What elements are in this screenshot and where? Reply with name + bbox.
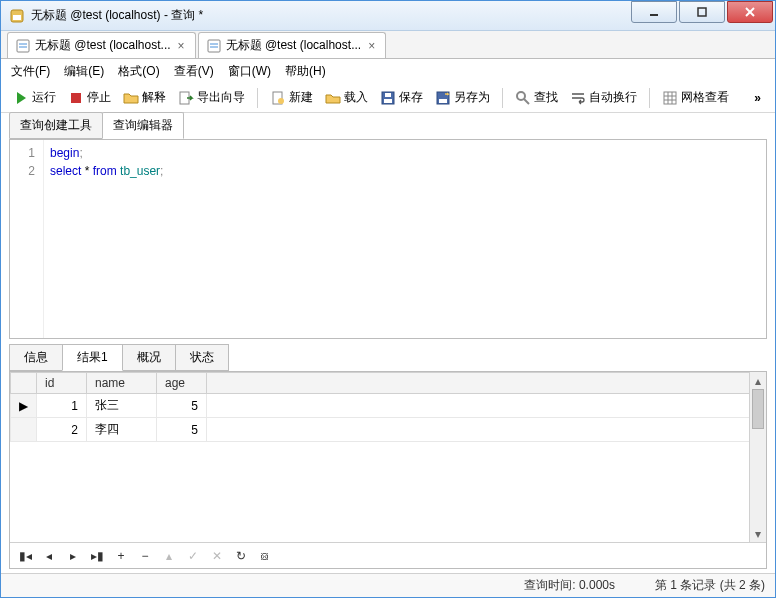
nav-edit-icon[interactable]: ▴	[162, 549, 176, 563]
menu-view[interactable]: 查看(V)	[174, 63, 214, 80]
tab-result1[interactable]: 结果1	[62, 344, 123, 371]
close-button[interactable]	[727, 1, 773, 23]
table-row[interactable]: 2李四5	[11, 418, 766, 442]
maximize-button[interactable]	[679, 1, 725, 23]
table-row[interactable]: ▶1张三5	[11, 394, 766, 418]
cell-age[interactable]: 5	[157, 418, 207, 442]
svg-rect-1	[13, 15, 21, 20]
nav-next-icon[interactable]: ▸	[66, 549, 80, 563]
nav-prev-icon[interactable]: ◂	[42, 549, 56, 563]
scroll-thumb[interactable]	[752, 389, 764, 429]
load-icon	[325, 90, 341, 106]
code-area[interactable]: begin;select * from tb_user;	[44, 140, 766, 338]
svg-rect-9	[208, 40, 220, 52]
wrap-icon	[570, 90, 586, 106]
vertical-scrollbar[interactable]: ▴ ▾	[749, 372, 766, 542]
tab-info[interactable]: 信息	[9, 344, 63, 371]
svg-rect-19	[385, 93, 391, 97]
menu-window[interactable]: 窗口(W)	[228, 63, 271, 80]
line-number: 1	[14, 144, 35, 162]
row-marker: ▶	[11, 394, 37, 418]
window-buttons	[631, 1, 775, 30]
col-id[interactable]: id	[37, 373, 87, 394]
cell-age[interactable]: 5	[157, 394, 207, 418]
query-icon	[207, 39, 221, 53]
toolbar: 运行 停止 解释 导出向导 新建 载入 保存 另存为 查找 自动换行 网格查看 …	[1, 83, 775, 113]
close-icon[interactable]: ×	[176, 39, 187, 53]
code-editor[interactable]: 1 2 begin;select * from tb_user;	[9, 139, 767, 339]
document-tabs: 无标题 @test (localhost... × 无标题 @test (loc…	[1, 31, 775, 59]
cell-name[interactable]: 李四	[87, 418, 157, 442]
nav-check-icon[interactable]: ✓	[186, 549, 200, 563]
document-tab-2[interactable]: 无标题 @test (localhost... ×	[198, 32, 387, 58]
svg-rect-13	[71, 93, 81, 103]
separator	[502, 88, 503, 108]
stop-button[interactable]: 停止	[64, 86, 115, 109]
document-tab-1[interactable]: 无标题 @test (localhost... ×	[7, 32, 196, 58]
nav-last-icon[interactable]: ▸▮	[90, 549, 104, 563]
line-number: 2	[14, 162, 35, 180]
btn-label: 解释	[142, 89, 166, 106]
nav-remove-icon[interactable]: −	[138, 549, 152, 563]
explain-button[interactable]: 解释	[119, 86, 170, 109]
nav-cancel-icon[interactable]: ✕	[210, 549, 224, 563]
scroll-up-icon[interactable]: ▴	[750, 372, 766, 389]
svg-line-23	[524, 99, 529, 104]
new-button[interactable]: 新建	[266, 86, 317, 109]
export-wizard-button[interactable]: 导出向导	[174, 86, 249, 109]
search-icon	[515, 90, 531, 106]
grid-scroll: id name age ▶1张三52李四5 ▴ ▾	[10, 372, 766, 542]
cell-name[interactable]: 张三	[87, 394, 157, 418]
svg-point-22	[517, 92, 525, 100]
nav-first-icon[interactable]: ▮◂	[18, 549, 32, 563]
svg-rect-21	[439, 99, 447, 103]
titlebar: 无标题 @test (localhost) - 查询 *	[1, 1, 775, 31]
tab-label: 无标题 @test (localhost...	[35, 37, 171, 54]
save-icon	[380, 90, 396, 106]
btn-label: 运行	[32, 89, 56, 106]
btn-label: 保存	[399, 89, 423, 106]
tab-profile[interactable]: 概况	[122, 344, 176, 371]
menu-format[interactable]: 格式(O)	[118, 63, 159, 80]
nav-stop-icon[interactable]: ⦻	[258, 549, 272, 563]
svg-rect-6	[17, 40, 29, 52]
find-button[interactable]: 查找	[511, 86, 562, 109]
grid-view-button[interactable]: 网格查看	[658, 86, 733, 109]
auto-wrap-button[interactable]: 自动换行	[566, 86, 641, 109]
toolbar-overflow[interactable]: »	[748, 91, 767, 105]
save-as-button[interactable]: 另存为	[431, 86, 494, 109]
cell-id[interactable]: 1	[37, 394, 87, 418]
result-tabs: 信息 结果1 概况 状态	[1, 345, 775, 371]
btn-label: 停止	[87, 89, 111, 106]
tab-status[interactable]: 状态	[175, 344, 229, 371]
tab-query-builder[interactable]: 查询创建工具	[9, 112, 103, 139]
app-window: 无标题 @test (localhost) - 查询 * 无标题 @test (…	[0, 0, 776, 598]
col-age[interactable]: age	[157, 373, 207, 394]
btn-label: 另存为	[454, 89, 490, 106]
btn-label: 网格查看	[681, 89, 729, 106]
menu-edit[interactable]: 编辑(E)	[64, 63, 104, 80]
save-button[interactable]: 保存	[376, 86, 427, 109]
new-icon	[270, 90, 286, 106]
close-icon[interactable]: ×	[366, 39, 377, 53]
nav-refresh-icon[interactable]: ↻	[234, 549, 248, 563]
row-marker	[11, 418, 37, 442]
tab-query-editor[interactable]: 查询编辑器	[102, 112, 184, 139]
result-grid: id name age ▶1张三52李四5	[10, 372, 766, 442]
menu-help[interactable]: 帮助(H)	[285, 63, 326, 80]
separator	[257, 88, 258, 108]
run-button[interactable]: 运行	[9, 86, 60, 109]
col-name[interactable]: name	[87, 373, 157, 394]
menu-file[interactable]: 文件(F)	[11, 63, 50, 80]
scroll-down-icon[interactable]: ▾	[750, 525, 766, 542]
btn-label: 新建	[289, 89, 313, 106]
cell-id[interactable]: 2	[37, 418, 87, 442]
nav-add-icon[interactable]: +	[114, 549, 128, 563]
query-icon	[16, 39, 30, 53]
minimize-button[interactable]	[631, 1, 677, 23]
btn-label: 载入	[344, 89, 368, 106]
line-gutter: 1 2	[10, 140, 44, 338]
load-button[interactable]: 载入	[321, 86, 372, 109]
svg-point-16	[278, 98, 284, 104]
folder-icon	[123, 90, 139, 106]
